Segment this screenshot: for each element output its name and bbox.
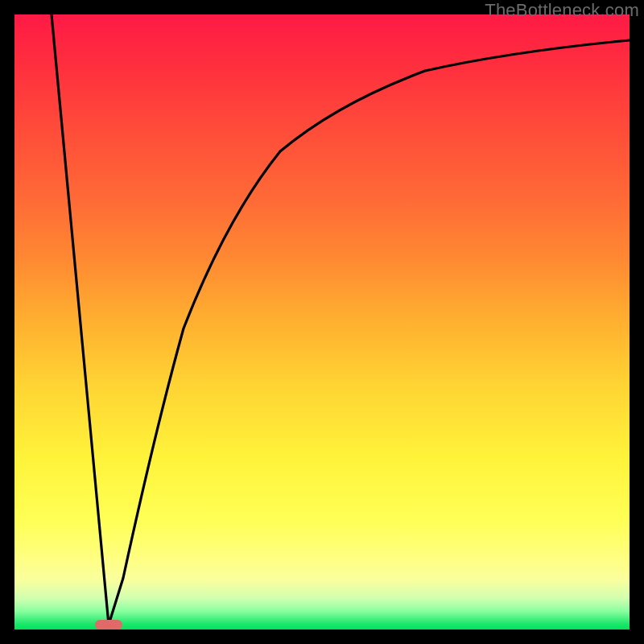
chart-frame: TheBottleneck.com — [0, 0, 644, 644]
watermark-text: TheBottleneck.com — [485, 0, 639, 21]
bottleneck-curve — [52, 14, 630, 625]
plot-area — [14, 14, 630, 630]
curve-svg — [14, 14, 630, 630]
minimum-marker — [95, 620, 122, 630]
